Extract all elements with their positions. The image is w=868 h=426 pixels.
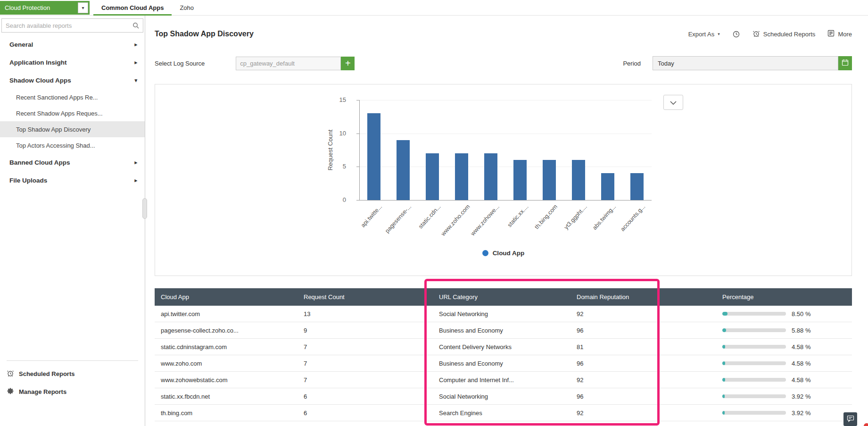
export-as-button[interactable]: Export As ▾ [688, 31, 720, 38]
tab-zoho[interactable]: Zoho [172, 0, 202, 15]
bar-slot [535, 160, 564, 200]
bar-yt3-ggpht [572, 160, 585, 200]
tab-common-cloud-apps[interactable]: Common Cloud Apps [93, 0, 172, 15]
bar-abs-twimg [601, 173, 614, 200]
bar-slot [418, 153, 447, 200]
sidebar-item-general[interactable]: General▸ [0, 35, 145, 53]
percentage-bar-track [722, 378, 786, 382]
add-log-source-button[interactable]: + [341, 57, 355, 70]
percentage-bar-track [722, 411, 786, 415]
legend-label: Cloud App [493, 250, 525, 257]
more-button[interactable]: More [827, 30, 852, 38]
sidebar-item-top-shadow-app-discovery[interactable]: Top Shadow App Discovery [0, 121, 145, 137]
export-history-icon[interactable] [732, 30, 740, 38]
x-label: www.zoho.com [447, 201, 476, 249]
cell-cloud-app: pagesense-collect.zoho.co... [155, 322, 298, 338]
cell-domain-reputation: 96 [570, 388, 716, 404]
x-label: abs.twimg... [593, 201, 622, 249]
bar-www-zoho-com [455, 153, 468, 200]
sidebar-item-file-uploads[interactable]: File Uploads▸ [0, 171, 145, 189]
sidebar-item-top-actors-accessing-shad[interactable]: Top Actors Accessing Shad... [0, 137, 145, 153]
percentage-value: 4.58 % [792, 343, 810, 351]
cell-domain-reputation: 92 [570, 372, 716, 388]
sidebar-footer-scheduled-reports[interactable]: Scheduled Reports [0, 365, 145, 383]
tab-strip: Common Cloud AppsZoho [93, 0, 202, 15]
export-as-label: Export As [688, 31, 715, 38]
period-group: Period [623, 56, 852, 70]
x-label: www.zohowe... [476, 201, 505, 249]
alarm-icon [752, 30, 760, 39]
cell-percentage: 8.50 % [716, 306, 852, 322]
column-header-percentage: Percentage [716, 288, 852, 306]
search-icon[interactable] [129, 19, 143, 32]
table-body: api.twitter.com13Social Networking928.50… [155, 306, 852, 426]
x-label: static.xx.... [505, 201, 535, 249]
sidebar-item-application-insight[interactable]: Application Insight▸ [0, 53, 145, 71]
percentage-bar-track [722, 394, 786, 398]
sidebar-group-label: File Uploads [9, 177, 47, 184]
x-label: yt3.ggpht.... [564, 201, 593, 249]
chevron-right-icon: ▸ [134, 59, 137, 66]
gear-icon [7, 387, 14, 396]
cell-percentage: 4.58 % [716, 372, 852, 388]
chevron-down-icon [670, 99, 677, 106]
column-header-request-count: Request Count [298, 288, 433, 306]
percentage-value: 4.58 % [792, 376, 810, 384]
sidebar-collapse-handle[interactable] [142, 198, 147, 219]
sidebar-item-recent-shadow-apps-reques[interactable]: Recent Shadow Apps Reques... [0, 105, 145, 121]
bar-api-twitte [367, 113, 380, 200]
x-label: th.bing.com [535, 201, 564, 249]
sidebar-footer: Scheduled ReportsManage Reports [0, 360, 145, 426]
chevron-down-icon: ▾ [134, 77, 137, 84]
table-header-row: Cloud AppRequest CountURL CategoryDomain… [155, 288, 852, 306]
bar-slot [476, 153, 505, 200]
x-label: accounts.g... [622, 201, 652, 249]
alarm-icon [7, 369, 14, 378]
cell-request-count: 9 [298, 322, 433, 338]
cell-domain-reputation: 81 [570, 339, 716, 355]
table-row: static.cdninstagram.com7Content Delivery… [155, 339, 852, 355]
sidebar-footer-manage-reports[interactable]: Manage Reports [0, 383, 145, 401]
column-header-cloud-app: Cloud App [155, 288, 298, 306]
main-area: Top Shadow App Discovery Export As ▾ Sch… [146, 16, 868, 426]
scheduled-reports-label: Scheduled Reports [763, 31, 816, 38]
table-row: www.zohowebstatic.com7Computer and Inter… [155, 372, 852, 388]
percentage-bar-fill [722, 312, 727, 316]
divider [7, 360, 138, 361]
cell-url-category: Computer and Internet Inf... [433, 372, 570, 388]
cell-percentage: 5.88 % [716, 322, 852, 338]
cell-percentage: 3.92 % [716, 421, 852, 426]
chevron-right-icon: ▸ [134, 159, 137, 166]
sidebar-item-recent-sanctioned-apps-re[interactable]: Recent Sanctioned Apps Re... [0, 89, 145, 105]
period-input[interactable] [653, 56, 838, 70]
percentage-value: 3.92 % [792, 393, 810, 400]
table-row: yt3.ggpht.com63.92 % [155, 421, 852, 426]
cell-cloud-app: static.cdninstagram.com [155, 339, 298, 355]
percentage-bar-track [722, 361, 786, 365]
sidebar-group-label: Application Insight [9, 59, 67, 66]
cell-url-category: Social Networking [433, 388, 570, 404]
feedback-button[interactable] [843, 412, 857, 426]
percentage-bar-fill [722, 394, 725, 398]
product-dropdown[interactable]: Cloud Protection ▾ [0, 1, 90, 15]
chart-collapse-button[interactable] [663, 95, 683, 110]
sidebar-item-shadow-cloud-apps[interactable]: Shadow Cloud Apps▾ [0, 71, 145, 89]
percentage-value: 4.58 % [792, 360, 810, 367]
log-source-input[interactable] [236, 57, 341, 70]
x-label: api.twitte... [359, 201, 389, 249]
percentage-value: 3.92 % [792, 409, 810, 417]
y-tick-label: 15 [322, 96, 346, 103]
search-input[interactable] [2, 22, 129, 29]
table-row: pagesense-collect.zoho.co...9Business an… [155, 322, 852, 339]
sidebar-item-banned-cloud-apps[interactable]: Banned Cloud Apps▸ [0, 153, 145, 171]
column-header-url-category: URL Category [433, 288, 570, 306]
cell-request-count: 6 [298, 405, 433, 421]
sidebar: General▸Application Insight▸Shadow Cloud… [0, 16, 145, 426]
period-label: Period [623, 60, 641, 67]
more-icon [827, 30, 835, 38]
cell-domain-reputation: 92 [570, 405, 716, 421]
scheduled-reports-button[interactable]: Scheduled Reports [752, 30, 816, 39]
y-tick-label: 5 [322, 163, 346, 170]
calendar-button[interactable] [838, 56, 852, 70]
percentage-bar-track [722, 328, 786, 332]
